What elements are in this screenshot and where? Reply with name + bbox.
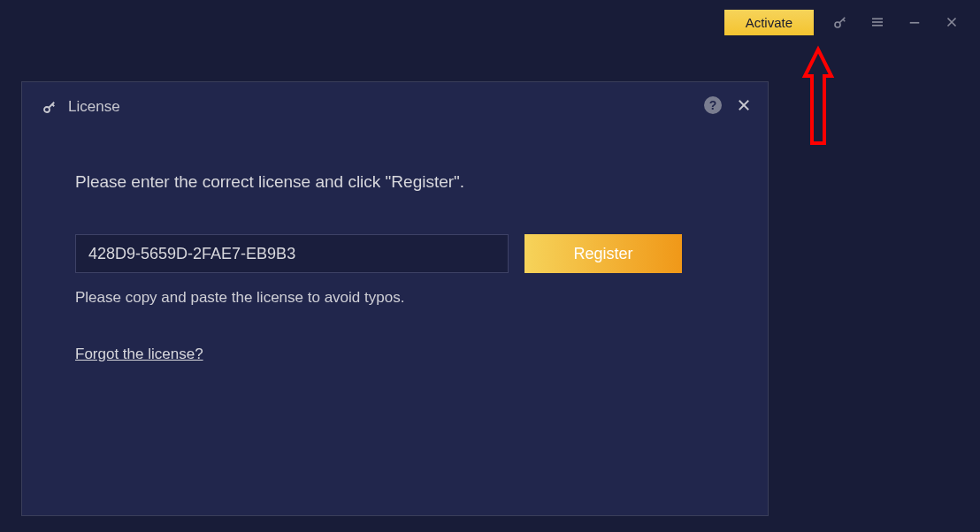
license-input[interactable]	[75, 234, 509, 273]
helper-text: Please copy and paste the license to avo…	[75, 289, 715, 307]
help-icon[interactable]: ?	[704, 96, 722, 114]
register-button[interactable]: Register	[524, 234, 682, 273]
instruction-text: Please enter the correct license and cli…	[75, 172, 715, 192]
svg-point-0	[835, 22, 840, 27]
activate-button[interactable]: Activate	[724, 10, 814, 35]
close-window-icon[interactable]	[941, 11, 962, 33]
license-dialog: License ? Please enter the correct licen…	[21, 81, 769, 516]
forgot-license-link[interactable]: Forgot the license?	[75, 346, 203, 362]
dialog-header-right: ?	[704, 96, 752, 114]
svg-line-11	[52, 104, 54, 106]
svg-point-9	[44, 107, 50, 112]
dialog-body: Please enter the correct license and cli…	[22, 128, 768, 363]
minimize-icon[interactable]	[904, 11, 925, 33]
close-icon[interactable]	[736, 97, 752, 113]
key-icon	[42, 99, 57, 115]
arrow-annotation-icon	[798, 42, 838, 150]
input-row: Register	[75, 234, 715, 273]
dialog-header: License ?	[22, 82, 768, 128]
dialog-header-left: License	[42, 98, 120, 116]
titlebar: Activate	[724, 0, 980, 44]
menu-icon[interactable]	[867, 11, 888, 33]
key-icon[interactable]	[830, 11, 851, 33]
svg-line-2	[843, 19, 845, 21]
dialog-title: License	[68, 98, 120, 116]
